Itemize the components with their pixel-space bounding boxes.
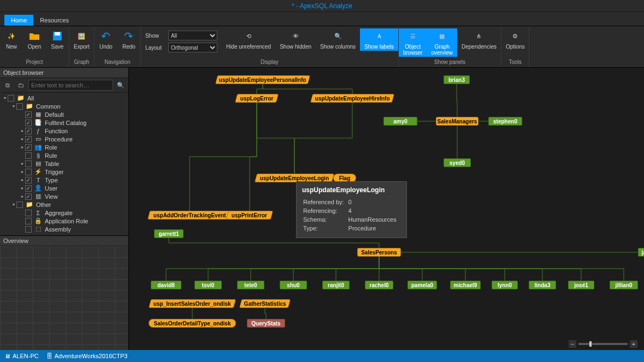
graph-node[interactable]: SalesPersons: [357, 248, 401, 257]
show-columns-button[interactable]: 🔍Show columns: [316, 28, 360, 51]
tree-item[interactable]: ✓▦Default: [0, 110, 128, 118]
expand-icon[interactable]: ▸: [20, 161, 25, 166]
graph-node[interactable]: syed0: [444, 158, 471, 167]
expand-icon[interactable]: ▸: [20, 169, 25, 174]
graph-node[interactable]: lynn0: [492, 281, 518, 289]
graph-node[interactable]: uspUpdateEmployeeHireInfo: [310, 94, 394, 103]
search-icon[interactable]: 🔍: [115, 80, 126, 91]
expand-icon[interactable]: ▸: [20, 186, 25, 191]
open-button[interactable]: Open: [23, 28, 46, 51]
save-button[interactable]: Save: [46, 28, 69, 51]
expand-icon[interactable]: ▾: [2, 96, 8, 100]
graph-node[interactable]: uspUpdateEmployeePersonalInfo: [215, 75, 310, 84]
tree-item[interactable]: §Rule: [0, 151, 128, 159]
graph-node[interactable]: stephen0: [488, 117, 522, 126]
tree-item[interactable]: ▾📁All: [0, 94, 128, 102]
checkbox[interactable]: ✓: [25, 120, 32, 126]
graph-node[interactable]: SalesOrderDetailType_ondisk: [149, 319, 236, 328]
graph-node[interactable]: amy0: [383, 117, 417, 126]
layout-select[interactable]: Orthogonal: [168, 43, 217, 52]
checkbox[interactable]: ✓: [25, 177, 32, 183]
expand-icon[interactable]: ▸: [20, 137, 25, 141]
tree-item[interactable]: ▸✓👤User: [0, 184, 128, 192]
tree-item[interactable]: ▾📁Common: [0, 102, 128, 110]
graph-node[interactable]: rachel0: [365, 281, 393, 289]
graph-node[interactable]: michael9: [450, 281, 481, 289]
checkbox[interactable]: ✓: [25, 111, 32, 118]
graph-node[interactable]: david8: [151, 281, 181, 289]
zoom-slider[interactable]: [578, 343, 628, 345]
graph-overview-button[interactable]: ▦Graph overview: [427, 28, 457, 57]
graph-node[interactable]: pamela0: [407, 281, 437, 289]
tree-item[interactable]: ✓📑Fulltext Catalog: [0, 118, 128, 127]
checkbox[interactable]: ✓: [25, 193, 32, 200]
show-hidden-button[interactable]: 👁Show hidden: [275, 28, 316, 51]
checkbox[interactable]: [25, 218, 32, 224]
tree-item[interactable]: ▸✓▭Procedure: [0, 135, 128, 143]
object-tree[interactable]: ▾📁All▾📁Common✓▦Default✓📑Fulltext Catalog…: [0, 93, 128, 235]
undo-button[interactable]: ↶Undo: [94, 28, 117, 51]
show-labels-button[interactable]: ＡShow labels: [360, 28, 398, 51]
checkbox[interactable]: [25, 210, 32, 216]
graph-node[interactable]: tete0: [237, 281, 264, 289]
hide-unreferenced-button[interactable]: ⟲Hide unreferenced: [222, 28, 275, 51]
options-button[interactable]: ⚙Options: [501, 28, 529, 51]
graph-node[interactable]: brian3: [444, 75, 470, 84]
expand-icon[interactable]: ▾: [11, 104, 16, 109]
graph-node[interactable]: garrett1: [154, 229, 184, 238]
tree-item[interactable]: ▸✓TType: [0, 176, 128, 184]
checkbox[interactable]: [25, 169, 32, 175]
expand-icon[interactable]: ▸: [20, 194, 25, 199]
object-browser-button[interactable]: ☰Object browser: [399, 28, 427, 57]
checkbox[interactable]: ✓: [25, 144, 32, 151]
graph-node[interactable]: uspPrintError: [226, 211, 273, 219]
graph-node[interactable]: QueryStats: [247, 319, 285, 328]
graph-node[interactable]: uspLogError: [235, 94, 279, 103]
expand-icon[interactable]: ▾: [11, 202, 16, 207]
graph-canvas[interactable]: uspUpdateEmployeePersonalInfouspLogError…: [129, 68, 644, 350]
checkbox[interactable]: [16, 103, 23, 110]
expand-icon[interactable]: ▸: [20, 145, 25, 150]
checkbox[interactable]: [25, 161, 32, 167]
dependencies-button[interactable]: ⋔Dependencies: [457, 28, 501, 51]
graph-node[interactable]: shu0: [280, 281, 307, 289]
new-button[interactable]: ✨New: [0, 28, 23, 51]
zoom-out-button[interactable]: −: [569, 340, 576, 348]
redo-button[interactable]: ↷Redo: [117, 28, 140, 51]
tree-item[interactable]: 🔒Application Role: [0, 217, 128, 225]
checkbox[interactable]: ✓: [25, 128, 32, 134]
checkbox[interactable]: ✓: [25, 185, 32, 192]
show-select[interactable]: All: [168, 31, 217, 40]
checkbox[interactable]: [8, 95, 14, 102]
tree-item[interactable]: ⬚Assembly: [0, 225, 128, 233]
graph-node[interactable]: ranjit0: [322, 281, 350, 289]
tree-item[interactable]: ▸✓▥View: [0, 192, 128, 200]
expand-icon[interactable]: ▸: [20, 128, 25, 133]
folder-icon[interactable]: 🗀: [15, 80, 26, 91]
copy-icon[interactable]: ⧉: [2, 80, 13, 91]
tab-resources[interactable]: Resources: [33, 15, 75, 26]
graph-node[interactable]: uspAddOrderTrackingEvent: [147, 211, 232, 219]
tree-item[interactable]: ▸✓ƒFunction: [0, 127, 128, 135]
export-button[interactable]: 🖼️Export: [69, 28, 94, 51]
search-input[interactable]: [28, 80, 113, 91]
zoom-in-button[interactable]: +: [630, 340, 637, 348]
checkbox[interactable]: [25, 226, 32, 233]
checkbox[interactable]: ✓: [25, 136, 32, 143]
checkbox[interactable]: [25, 152, 32, 159]
graph-node[interactable]: GatherStatistics: [239, 299, 291, 308]
graph-node[interactable]: usp_InsertSalesOrder_ondisk: [149, 299, 236, 308]
graph-node[interactable]: linda3: [529, 281, 556, 289]
graph-node[interactable]: tsvi0: [194, 281, 222, 289]
tree-item[interactable]: ▸⚡Trigger: [0, 168, 128, 176]
overview-minimap[interactable]: [0, 246, 128, 350]
tree-item[interactable]: ▸▤Table: [0, 159, 128, 168]
tree-item[interactable]: ▸✓👥Role: [0, 143, 128, 151]
graph-node[interactable]: ja: [638, 248, 644, 257]
tree-item[interactable]: ΣAggregate: [0, 209, 128, 217]
tree-item[interactable]: ▾📁Other: [0, 200, 128, 209]
tab-home[interactable]: Home: [4, 15, 33, 26]
checkbox[interactable]: [16, 201, 23, 208]
expand-icon[interactable]: ▸: [20, 177, 25, 182]
graph-node[interactable]: josé1: [568, 281, 594, 289]
